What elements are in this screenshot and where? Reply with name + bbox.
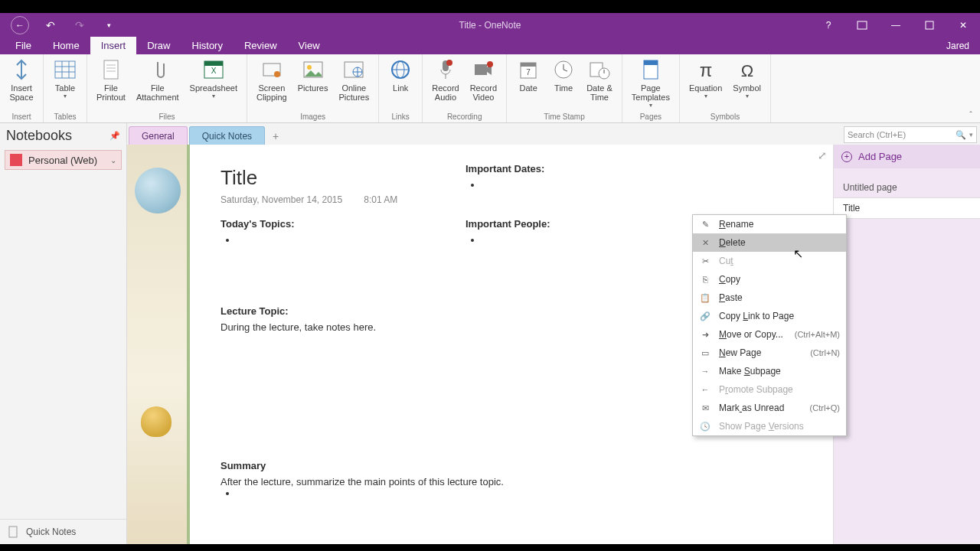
menu-tab-draw[interactable]: Draw	[136, 37, 181, 54]
pin-icon[interactable]: 📌	[109, 131, 120, 141]
menu-tab-review[interactable]: Review	[234, 37, 288, 54]
ribbon-insert-space[interactable]: Insert Space	[5, 56, 38, 112]
page-list-item[interactable]: Untitled page	[834, 178, 980, 197]
redo-button[interactable]: ↷	[72, 18, 87, 33]
ribbon-equation[interactable]: πEquation▾	[684, 56, 727, 112]
lecture-topic-block[interactable]: Lecture Topic: During the lecture, take …	[220, 305, 376, 333]
todays-topics-block[interactable]: Today's Topics:	[220, 218, 295, 246]
insert-space-icon	[9, 57, 34, 82]
fullscreen-button[interactable]	[847, 13, 877, 37]
ribbon-symbol[interactable]: ΩSymbol▾	[728, 56, 766, 112]
spreadsheet-icon: X	[201, 57, 226, 82]
section-tabs: General Quick Notes + Search (Ctrl+E) 🔍 …	[127, 123, 980, 145]
ctx-copy[interactable]: ⎘Copy	[693, 270, 846, 289]
ctx-rename[interactable]: ✎Rename	[693, 215, 846, 233]
svg-rect-25	[475, 64, 487, 75]
ctx-shortcut: (Ctrl+Q)	[810, 403, 840, 412]
ribbon-file-printout[interactable]: File Printout	[92, 56, 130, 112]
ctx-new-page[interactable]: ▭New Page(Ctrl+N)	[693, 344, 846, 362]
ctx-paste[interactable]: 📋Paste	[693, 289, 846, 307]
ribbon-collapse-icon[interactable]: ˆ	[962, 54, 980, 122]
ribbon-link[interactable]: Link	[384, 56, 417, 112]
notebook-name: Personal (Web)	[28, 155, 97, 166]
promote-icon: ←	[699, 383, 711, 396]
important-people-block[interactable]: Important People:	[466, 218, 550, 246]
svg-rect-28	[521, 63, 536, 67]
ribbon-date[interactable]: 7Date	[511, 56, 545, 112]
window-title: Title - OneNote	[459, 20, 521, 31]
date-icon: 7	[516, 57, 541, 82]
symbol-icon: Ω	[735, 57, 760, 82]
undo-button[interactable]: ↶	[43, 18, 58, 33]
ctx-label: Paste	[719, 292, 840, 303]
ribbon: Insert SpaceInsertTable▾TablesFile Print…	[0, 54, 980, 123]
ribbon-screen-clip[interactable]: Screen Clipping	[252, 56, 292, 112]
summary-header: Summary	[220, 460, 504, 471]
globe-decoration	[135, 168, 181, 214]
cut-icon: ✂	[699, 255, 711, 267]
close-button[interactable]: ✕	[948, 13, 978, 37]
ribbon-group-label: Links	[392, 112, 410, 122]
link-page-icon: 🔗	[699, 310, 711, 322]
page-list-item-selected[interactable]: Title	[834, 197, 980, 219]
search-input[interactable]: Search (Ctrl+E) 🔍 ▾	[844, 126, 977, 143]
page-timestamp: Saturday, November 14, 20158:01 AM	[220, 194, 802, 205]
section-tab-quicknotes[interactable]: Quick Notes	[189, 126, 265, 145]
menu-tab-history[interactable]: History	[181, 37, 234, 54]
ctx-move-or-copy-[interactable]: ➜Move or Copy...(Ctrl+Alt+M)	[693, 325, 846, 344]
file-tab[interactable]: File	[5, 37, 42, 54]
ribbon-attachment[interactable]: File Attachment	[132, 56, 184, 112]
ribbon-group-label: Files	[158, 112, 175, 122]
ctx-make-subpage[interactable]: →Make Subpage	[693, 362, 846, 380]
link-icon	[388, 57, 413, 82]
ribbon-label: Date	[520, 83, 537, 93]
add-section-button[interactable]: +	[266, 128, 285, 145]
ribbon-online-pictures[interactable]: Online Pictures	[334, 56, 374, 112]
help-button[interactable]: ?	[813, 13, 844, 37]
svg-text:Ω: Ω	[740, 61, 753, 80]
important-dates-block[interactable]: Important Dates:	[466, 163, 544, 191]
menu-tab-view[interactable]: View	[288, 37, 331, 54]
summary-block[interactable]: Summary After the lecture, summarize the…	[220, 460, 504, 499]
maximize-button[interactable]	[914, 13, 945, 37]
ribbon-spreadsheet[interactable]: XSpreadsheet▾	[185, 56, 242, 112]
ribbon-audio[interactable]: Record Audio	[427, 56, 463, 112]
titlebar: ← ↶ ↷ ▾ Title - OneNote ? — ✕	[0, 13, 980, 37]
ctx-label: Show Page Versions	[719, 421, 840, 432]
quick-notes-shortcut[interactable]: Quick Notes	[0, 519, 126, 544]
menu-tabs: File HomeInsertDrawHistoryReviewView Jar…	[0, 37, 980, 54]
search-scope-dropdown[interactable]: ▾	[969, 131, 973, 139]
add-page-label: Add Page	[858, 151, 902, 162]
page-icon	[8, 526, 20, 538]
ribbon-label: Symbol	[733, 83, 761, 93]
ctx-delete[interactable]: ✕Delete	[693, 233, 846, 252]
notebooks-panel: Notebooks 📌 Personal (Web) ⌄ Quick Notes	[0, 123, 127, 544]
ribbon-table[interactable]: Table▾	[48, 56, 82, 112]
ctx-label: Copy	[719, 274, 840, 285]
back-button[interactable]: ←	[11, 16, 29, 34]
ctx-copy-link-to-page[interactable]: 🔗Copy Link to Page	[693, 307, 846, 325]
notebook-item[interactable]: Personal (Web) ⌄	[5, 150, 122, 170]
minimize-button[interactable]: —	[880, 13, 911, 37]
ribbon-group-label: Recording	[447, 112, 482, 122]
add-page-button[interactable]: + Add Page	[834, 145, 980, 168]
section-tab-general[interactable]: General	[129, 126, 188, 145]
menu-tab-insert[interactable]: Insert	[90, 37, 137, 54]
ribbon-datetime[interactable]: Date & Time	[582, 56, 617, 112]
user-name[interactable]: Jared	[936, 37, 980, 54]
ribbon-label: File Attachment	[136, 83, 179, 102]
ctx-mark-as-unread[interactable]: ✉Mark as Unread(Ctrl+Q)	[693, 399, 846, 417]
expand-page-icon[interactable]: ⤢	[818, 149, 827, 161]
menu-tab-home[interactable]: Home	[42, 37, 90, 54]
ribbon-group-label: Time Stamp	[544, 112, 585, 122]
ribbon-template[interactable]: Page Templates▾	[627, 56, 675, 112]
ribbon-group-label: Pages	[640, 112, 662, 122]
svg-point-17	[307, 65, 312, 70]
svg-text:π: π	[699, 60, 712, 80]
ribbon-pictures[interactable]: Pictures	[293, 56, 333, 112]
ribbon-label: File Printout	[96, 83, 126, 102]
ribbon-video[interactable]: Record Video	[466, 56, 501, 112]
svg-rect-1	[926, 21, 933, 29]
ribbon-time[interactable]: Time	[547, 56, 580, 112]
qat-customize[interactable]: ▾	[101, 18, 116, 33]
